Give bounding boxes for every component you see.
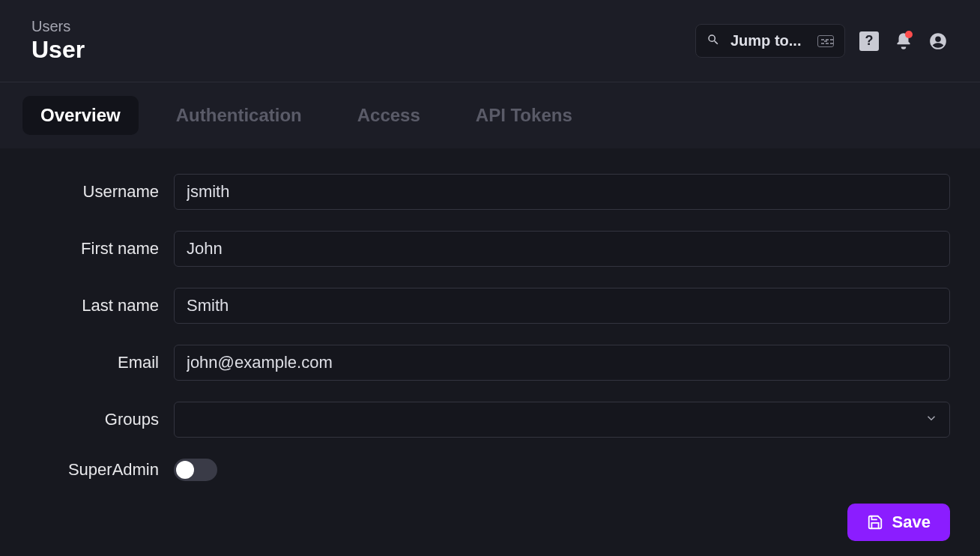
input-username[interactable]	[174, 174, 950, 210]
keyboard-icon	[817, 35, 834, 47]
label-email: Email	[15, 353, 174, 372]
input-email[interactable]	[174, 345, 950, 381]
breadcrumb[interactable]: Users	[31, 18, 85, 35]
header-bar: Users User Jump to... ?	[0, 0, 980, 82]
label-superadmin: SuperAdmin	[15, 460, 174, 480]
page-title: User	[31, 37, 85, 63]
header-left: Users User	[31, 18, 85, 63]
account-icon[interactable]	[928, 31, 949, 52]
row-firstname: First name	[15, 231, 965, 267]
toggle-knob	[176, 461, 194, 479]
search-icon	[707, 33, 720, 49]
tab-overview[interactable]: Overview	[22, 96, 139, 135]
tab-authentication[interactable]: Authentication	[158, 96, 320, 135]
label-lastname: Last name	[15, 296, 174, 315]
row-email: Email	[15, 345, 965, 381]
select-groups[interactable]	[174, 402, 950, 438]
notifications-icon[interactable]	[893, 31, 914, 52]
help-icon[interactable]: ?	[859, 31, 880, 52]
save-row: Save	[15, 504, 965, 541]
save-button-label: Save	[892, 513, 931, 532]
notification-badge	[905, 31, 913, 38]
row-superadmin: SuperAdmin	[15, 459, 965, 481]
tab-bar: Overview Authentication Access API Token…	[0, 82, 980, 148]
tab-access[interactable]: Access	[339, 96, 438, 135]
row-username: Username	[15, 174, 965, 210]
label-firstname: First name	[15, 239, 174, 259]
jump-to-search[interactable]: Jump to...	[695, 24, 845, 58]
input-firstname[interactable]	[174, 231, 950, 267]
header-right: Jump to... ?	[695, 24, 949, 58]
save-button[interactable]: Save	[847, 504, 950, 541]
chevron-down-icon	[925, 411, 938, 428]
toggle-superadmin[interactable]	[174, 459, 217, 481]
label-username: Username	[15, 182, 174, 202]
form-area: Username First name Last name Email Grou…	[0, 148, 980, 541]
row-groups: Groups	[15, 402, 965, 438]
select-groups-value	[174, 402, 950, 438]
input-lastname[interactable]	[174, 288, 950, 324]
save-icon	[867, 514, 883, 531]
row-lastname: Last name	[15, 288, 965, 324]
jump-to-label: Jump to...	[731, 32, 807, 49]
tab-api-tokens[interactable]: API Tokens	[458, 96, 590, 135]
label-groups: Groups	[15, 410, 174, 429]
